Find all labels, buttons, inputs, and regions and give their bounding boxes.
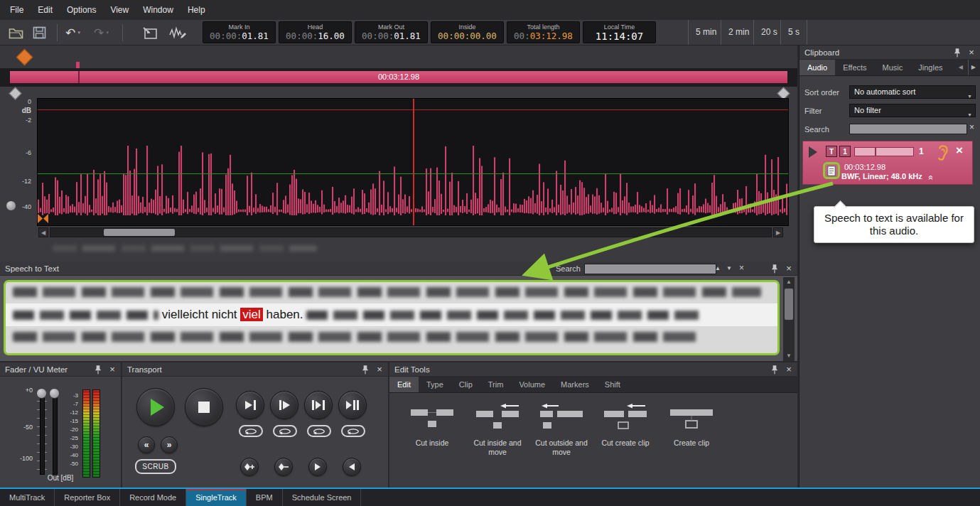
remove-marker-button[interactable] bbox=[274, 458, 293, 476]
tabs-scroll-left-icon[interactable]: ◀ bbox=[956, 60, 966, 75]
zoom-preset-5s[interactable]: 5 s bbox=[780, 20, 807, 45]
tabs-scroll-right-icon[interactable]: ▶ bbox=[968, 60, 979, 75]
clipboard-entry[interactable]: T 1 1 × 00:03:12.98 BWF, Linear; 48.0 kH… bbox=[802, 141, 973, 185]
previous-marker-button[interactable] bbox=[343, 458, 361, 476]
pin-icon[interactable] bbox=[361, 365, 370, 375]
stt-search-prev-button[interactable]: ▲ bbox=[715, 262, 721, 276]
close-icon[interactable]: × bbox=[783, 362, 795, 377]
waveform-edit-button[interactable] bbox=[169, 23, 186, 42]
scrub-button[interactable]: SCRUB bbox=[135, 459, 176, 474]
pin-icon[interactable] bbox=[94, 365, 102, 375]
scroll-down-button[interactable]: ▼ bbox=[783, 351, 795, 361]
tab-effects[interactable]: Effects bbox=[835, 60, 874, 75]
transcript-line[interactable]: vielleicht nicht viel haben. bbox=[6, 303, 777, 326]
loop-selection-button[interactable] bbox=[341, 425, 365, 437]
stt-search-next-button[interactable]: ▼ bbox=[726, 262, 732, 276]
stt-search-input[interactable] bbox=[584, 264, 716, 274]
open-file-button[interactable] bbox=[9, 23, 24, 42]
play-button[interactable] bbox=[136, 388, 175, 426]
scroll-right-button[interactable]: ▶ bbox=[773, 227, 783, 237]
filter-select[interactable]: No filter ▼ bbox=[849, 104, 976, 117]
menu-help[interactable]: Help bbox=[181, 0, 212, 20]
scrollbar-thumb[interactable] bbox=[785, 289, 793, 320]
redo-button[interactable]: ↷ ▼ bbox=[94, 23, 109, 42]
fader-knob-left[interactable] bbox=[36, 388, 47, 399]
tab-volume[interactable]: Volume bbox=[511, 377, 553, 392]
speech-to-text-available-icon[interactable] bbox=[823, 162, 840, 179]
fader-track-right[interactable] bbox=[53, 391, 58, 475]
fader-track-left[interactable] bbox=[40, 391, 45, 475]
tab-markers[interactable]: Markers bbox=[553, 377, 597, 392]
cut-outside-move-button[interactable]: Cut outside and move bbox=[529, 404, 594, 457]
play-from-mark-button[interactable] bbox=[270, 391, 298, 419]
stt-search-clear-button[interactable]: × bbox=[739, 262, 744, 275]
play-between-marks-button[interactable] bbox=[304, 391, 333, 419]
zoom-preset-2min[interactable]: 2 min bbox=[721, 20, 756, 45]
screen-tab-record-mode[interactable]: Record Mode bbox=[120, 489, 186, 506]
listen-ear-icon[interactable] bbox=[935, 144, 950, 162]
save-button[interactable] bbox=[33, 23, 46, 42]
search-match-highlight[interactable]: viel bbox=[240, 308, 263, 321]
clip-play-icon[interactable] bbox=[809, 146, 817, 158]
menu-window[interactable]: Window bbox=[136, 0, 181, 20]
screen-tab-schedule-screen[interactable]: Schedule Screen bbox=[283, 489, 362, 506]
scroll-up-button[interactable]: ▲ bbox=[783, 277, 795, 287]
sort-order-select[interactable]: No automatic sort ▼ bbox=[849, 85, 976, 99]
clip-remove-button[interactable]: × bbox=[956, 144, 963, 158]
screen-tab-reporter-box[interactable]: Reporter Box bbox=[55, 489, 120, 506]
rewind-button[interactable]: « bbox=[138, 436, 155, 453]
loop-play-from-mark-button[interactable] bbox=[273, 425, 297, 437]
fader-knob-right[interactable] bbox=[49, 388, 60, 399]
close-icon[interactable]: × bbox=[374, 362, 385, 377]
fast-forward-button[interactable]: » bbox=[161, 436, 178, 453]
scroll-left-button[interactable]: ◀ bbox=[38, 227, 48, 237]
tab-clip[interactable]: Clip bbox=[451, 377, 480, 392]
menu-file[interactable]: File bbox=[3, 0, 31, 20]
add-marker-button[interactable] bbox=[240, 458, 259, 476]
screen-tab-multitrack[interactable]: MultiTrack bbox=[0, 489, 55, 506]
zoom-preset-5min[interactable]: 5 min bbox=[688, 20, 723, 45]
transcript-box[interactable]: vielleicht nicht viel haben. bbox=[4, 280, 780, 355]
clipboard-search-clear-button[interactable]: × bbox=[969, 122, 974, 132]
loop-between-marks-button[interactable] bbox=[307, 425, 331, 437]
cut-inside-button[interactable]: Cut inside bbox=[399, 404, 465, 448]
cut-inside-move-button[interactable]: Cut inside and move bbox=[465, 404, 530, 457]
play-to-mark-button[interactable] bbox=[236, 391, 264, 419]
menu-view[interactable]: View bbox=[103, 0, 136, 20]
pin-icon[interactable] bbox=[770, 365, 779, 375]
loop-play-to-mark-button[interactable] bbox=[239, 425, 263, 437]
cut-create-clip-button[interactable]: Cut create clip bbox=[593, 404, 658, 448]
marker-strip[interactable] bbox=[0, 45, 797, 69]
clipboard-search-input[interactable] bbox=[849, 124, 967, 134]
playhead-cursor[interactable] bbox=[413, 99, 414, 225]
waveform-display[interactable] bbox=[37, 98, 789, 226]
menu-options[interactable]: Options bbox=[60, 0, 103, 20]
tab-edit[interactable]: Edit bbox=[389, 377, 419, 392]
undo-dropdown-caret[interactable]: ▼ bbox=[77, 31, 81, 35]
tab-audio[interactable]: Audio bbox=[799, 60, 835, 75]
tab-shift[interactable]: Shift bbox=[597, 377, 628, 392]
tab-jingles[interactable]: Jingles bbox=[910, 60, 950, 75]
screen-tab-singletrack[interactable]: SingleTrack bbox=[186, 489, 247, 506]
vertical-zoom-knob[interactable] bbox=[6, 200, 16, 211]
next-marker-button[interactable] bbox=[308, 458, 327, 476]
play-pause-button[interactable] bbox=[338, 391, 367, 419]
tab-music[interactable]: Music bbox=[875, 60, 911, 75]
overview-bar[interactable]: 00:03:12.98 bbox=[10, 71, 787, 83]
tab-type[interactable]: Type bbox=[419, 377, 451, 392]
close-icon[interactable]: × bbox=[966, 45, 977, 60]
close-icon[interactable]: × bbox=[107, 362, 118, 377]
create-clip-button[interactable]: Create clip bbox=[659, 404, 724, 448]
screen-tab-bpm[interactable]: BPM bbox=[247, 489, 283, 506]
tab-trim[interactable]: Trim bbox=[480, 377, 512, 392]
clip-progress-bar[interactable] bbox=[854, 147, 914, 156]
stt-scrollbar[interactable]: ▲ ▼ bbox=[783, 277, 795, 361]
pin-icon[interactable] bbox=[770, 264, 779, 274]
collapse-chevrons-icon[interactable]: » bbox=[925, 176, 935, 181]
load-to-editor-button[interactable] bbox=[142, 23, 158, 42]
stop-button[interactable] bbox=[185, 388, 223, 426]
close-icon[interactable]: × bbox=[783, 262, 795, 276]
horizontal-scrollbar[interactable] bbox=[50, 227, 772, 237]
pin-icon[interactable] bbox=[953, 48, 962, 58]
mark-in-out-marker[interactable] bbox=[37, 213, 49, 224]
